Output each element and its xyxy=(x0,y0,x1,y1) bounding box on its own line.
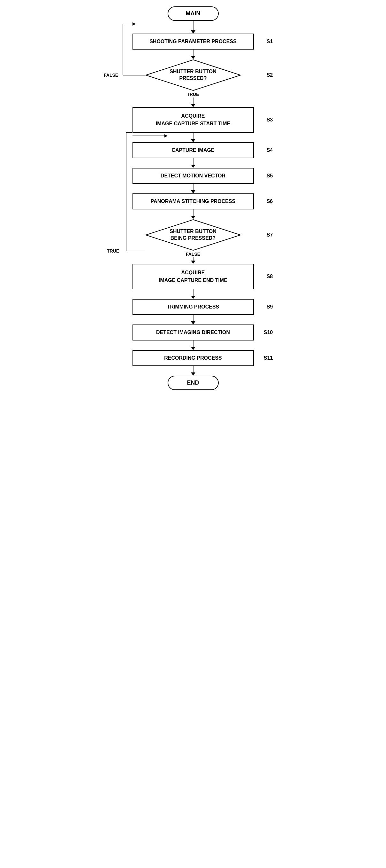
main-label: MAIN xyxy=(186,10,201,17)
false-arrow-s7: FALSE xyxy=(186,251,200,264)
true-arrow-s2: TRUE xyxy=(187,91,199,107)
end-row: END xyxy=(104,376,283,390)
s4-label: CAPTURE IMAGE xyxy=(171,147,214,153)
svg-marker-7 xyxy=(165,134,168,137)
s3-step: S3 xyxy=(267,117,273,123)
s8-process: ACQUIREIMAGE CAPTURE END TIME xyxy=(133,264,254,289)
s11-process: RECORDING PROCESS xyxy=(133,350,254,366)
s3-s4-connector xyxy=(104,133,283,142)
s5-process: DETECT MOTION VECTOR xyxy=(133,168,254,184)
s2-text: SHUTTER BUTTONPRESSED? xyxy=(170,68,216,82)
s6-row: PANORAMA STITCHING PROCESS S6 xyxy=(104,193,283,209)
s11-row: RECORDING PROCESS S11 xyxy=(104,350,283,366)
end-terminal: END xyxy=(168,376,219,390)
s8-label: ACQUIREIMAGE CAPTURE END TIME xyxy=(159,270,227,283)
s9-label: TRIMMING PROCESS xyxy=(167,304,219,309)
svg-marker-4 xyxy=(133,22,136,26)
s9-process: TRIMMING PROCESS xyxy=(133,299,254,315)
s1-label: SHOOTING PARAMETER PROCESS xyxy=(149,39,237,44)
main-row: MAIN xyxy=(104,6,283,21)
down-arrow-s3s4 xyxy=(191,133,196,142)
s8-step: S8 xyxy=(267,274,273,279)
s10-step: S10 xyxy=(264,330,273,335)
s6-process: PANORAMA STITCHING PROCESS xyxy=(133,193,254,209)
s1-row: SHOOTING PARAMETER PROCESS S1 xyxy=(104,34,283,50)
s7-step: S7 xyxy=(267,232,273,238)
s5-row: DETECT MOTION VECTOR S5 xyxy=(104,168,283,184)
s3-label: ACQUIREIMAGE CAPTURE START TIME xyxy=(156,113,230,126)
s4-step: S4 xyxy=(267,147,273,153)
s9-row: TRIMMING PROCESS S9 xyxy=(104,299,283,315)
s5-step: S5 xyxy=(267,173,273,179)
s6-step: S6 xyxy=(267,198,273,204)
s1-step: S1 xyxy=(267,39,273,44)
s9-step: S9 xyxy=(267,304,273,310)
s2-decision: SHUTTER BUTTONPRESSED? xyxy=(145,59,241,91)
flowchart: MAIN SHOOTING PARAMETER PROCESS S1 SHUTT… xyxy=(104,6,283,390)
s11-label: RECORDING PROCESS xyxy=(164,355,221,361)
s10-label: DETECT IMAGING DIRECTION xyxy=(156,330,230,335)
s4-row: CAPTURE IMAGE S4 xyxy=(104,142,283,158)
s7-connectors: TRUE FALSE xyxy=(104,251,283,264)
s7-row: SHUTTER BUTTONBEING PRESSED? S7 xyxy=(104,219,283,251)
s2-connectors: FALSE TRUE xyxy=(104,91,283,107)
s3-row: ACQUIREIMAGE CAPTURE START TIME S3 xyxy=(104,107,283,133)
s5-label: DETECT MOTION VECTOR xyxy=(161,173,225,178)
s6-label: PANORAMA STITCHING PROCESS xyxy=(151,198,236,204)
s2-step: S2 xyxy=(267,72,273,78)
s1-process: SHOOTING PARAMETER PROCESS xyxy=(133,34,254,50)
end-label: END xyxy=(187,379,199,386)
s8-row: ACQUIREIMAGE CAPTURE END TIME S8 xyxy=(104,264,283,289)
s10-row: DETECT IMAGING DIRECTION S10 xyxy=(104,324,283,340)
s10-process: DETECT IMAGING DIRECTION xyxy=(133,324,254,340)
main-terminal: MAIN xyxy=(168,6,219,21)
s11-step: S11 xyxy=(264,355,273,361)
s7-decision: SHUTTER BUTTONBEING PRESSED? xyxy=(145,219,241,251)
s7-text: SHUTTER BUTTONBEING PRESSED? xyxy=(170,228,216,242)
s3-process: ACQUIREIMAGE CAPTURE START TIME xyxy=(133,107,254,133)
s2-row: SHUTTER BUTTONPRESSED? S2 xyxy=(104,59,283,91)
true-label-s2: TRUE xyxy=(187,92,199,97)
s4-process: CAPTURE IMAGE xyxy=(133,142,254,158)
false-label-s7: FALSE xyxy=(186,252,200,257)
